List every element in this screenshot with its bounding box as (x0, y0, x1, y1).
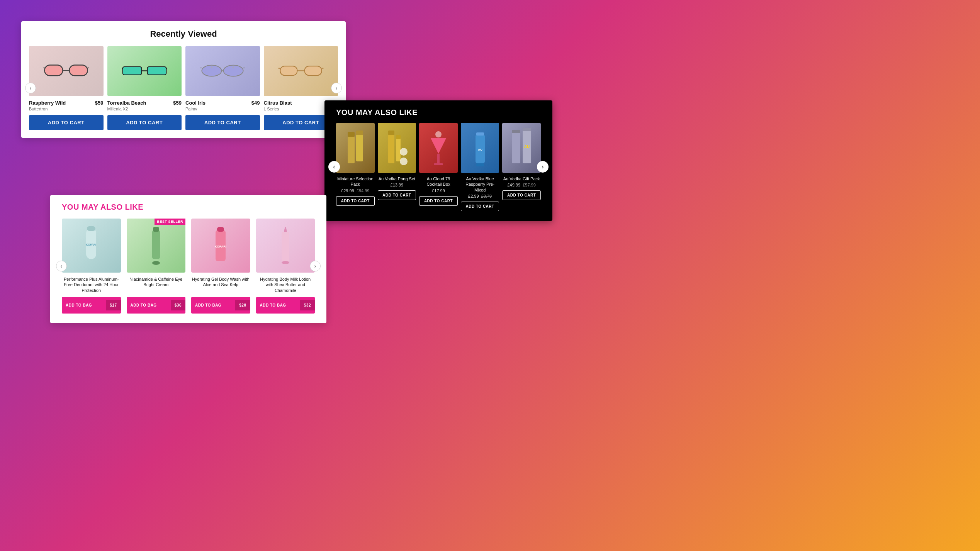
svg-rect-32 (437, 154, 440, 163)
deodorant-icon: KOPARI (82, 222, 101, 269)
svg-rect-51 (217, 227, 224, 232)
product-name-cool-iris: Cool Iris (185, 100, 206, 106)
add-to-bag-eye-cream[interactable]: ADD TO BAG $36 (127, 297, 186, 314)
cocktail-box-icon (427, 127, 450, 169)
svg-rect-24 (356, 134, 363, 161)
black-product-blue-rasp: AU Au Vodka Blue Raspberry Pre-Mixed £2.… (461, 123, 499, 211)
you-may-like-white-panel: YOU MAY ALSO LIKE ‹ KOPARI Performance P… (50, 195, 326, 323)
svg-rect-22 (348, 136, 355, 163)
black-product-price-cocktail: £17.99 (432, 188, 445, 193)
recently-viewed-next-btn[interactable]: › (331, 83, 342, 93)
svg-rect-25 (356, 131, 363, 135)
svg-rect-1 (70, 65, 88, 76)
white-product-body-lotion: Hydrating Body Milk Lotion with Shea But… (256, 219, 315, 314)
you-may-like-white-title: YOU MAY ALSO LIKE (62, 203, 315, 212)
svg-rect-42 (523, 128, 531, 131)
product-image-torrealba (107, 46, 182, 96)
product-image-cool-iris (185, 46, 260, 96)
product-card-raspberry-wild: Raspberry Wild $59 Buttertron ADD TO CAR… (29, 46, 104, 130)
add-to-bag-body-wash[interactable]: ADD TO BAG $20 (191, 297, 250, 314)
white-carousel-next-btn[interactable]: › (310, 261, 321, 271)
add-to-cart-torrealba[interactable]: ADD TO CART (107, 115, 182, 130)
product-price-cool-iris: $49 (251, 100, 260, 106)
black-img-selection (336, 123, 375, 173)
black-product-price-gift: £49.99 £57.99 (507, 183, 535, 187)
product-name-citrus-blast: Citrus Blast (264, 100, 292, 106)
recently-viewed-products-row: Raspberry Wild $59 Buttertron ADD TO CAR… (29, 46, 338, 130)
recently-viewed-panel: Recently Viewed ‹ Raspberry Wild $59 (21, 21, 346, 138)
product-name-torrealba: Torrealba Beach (107, 100, 146, 106)
product-brand-raspberry: Buttertron (29, 107, 104, 111)
black-add-btn-cocktail[interactable]: ADD TO CART (419, 196, 458, 206)
white-carousel-prev-btn[interactable]: ‹ (56, 261, 67, 271)
black-product-price-selection: £29.99 £94.99 (341, 188, 369, 193)
product-brand-torrealba: Millenia X2 (107, 107, 182, 111)
black-carousel-next-btn[interactable]: › (537, 161, 549, 173)
svg-rect-39 (512, 132, 520, 163)
black-add-btn-selection[interactable]: ADD TO CART (336, 196, 375, 206)
black-product-name-cocktail: Au Cloud 79 Cocktail Box (419, 176, 458, 187)
recently-viewed-title: Recently Viewed (29, 29, 338, 39)
svg-point-15 (211, 66, 213, 68)
white-product-name-body-lotion: Hydrating Body Milk Lotion with Shea But… (256, 276, 315, 293)
svg-rect-17 (280, 66, 297, 75)
product-image-citrus-blast (264, 46, 338, 96)
svg-rect-29 (396, 135, 401, 139)
black-product-name-blue-rasp: Au Vodka Blue Raspberry Pre-Mixed (461, 176, 499, 193)
body-lotion-icon (278, 222, 293, 269)
product-info-cool-iris: Cool Iris $49 (185, 100, 260, 106)
svg-rect-40 (512, 130, 520, 133)
svg-rect-6 (147, 67, 166, 75)
black-img-gift: AU (502, 123, 541, 173)
white-product-name-eye-cream: Niacinamide & Caffeine Eye Bright Cream (127, 276, 186, 293)
add-to-cart-cool-iris[interactable]: ADD TO CART (185, 115, 260, 130)
svg-rect-37 (476, 163, 484, 166)
svg-point-30 (400, 158, 408, 165)
svg-text:AU: AU (524, 144, 530, 149)
product-brand-cool-iris: Palmy (185, 107, 260, 111)
sunglasses-raspberry-icon (43, 59, 89, 83)
add-to-bag-deodorant[interactable]: ADD TO BAG $17 (62, 297, 121, 314)
product-price-torrealba: $59 (173, 100, 182, 106)
sunglasses-cool-iris-icon (199, 59, 246, 83)
gift-pack-icon: AU (510, 127, 533, 169)
svg-point-16 (233, 66, 234, 68)
svg-text:KOPARI: KOPARI (86, 243, 96, 246)
best-seller-badge: BEST SELLER (155, 219, 185, 225)
svg-text:KOPARI: KOPARI (215, 245, 227, 248)
black-add-btn-gift[interactable]: ADD TO CART (502, 190, 541, 200)
black-products-row: Miniature Selection Pack £29.99 £94.99 A… (336, 123, 541, 211)
white-product-name-body-wash: Hydrating Gel Body Wash with Aloe and Se… (191, 276, 250, 293)
svg-rect-45 (87, 226, 95, 231)
eye-cream-icon (148, 222, 164, 269)
white-img-body-lotion (256, 219, 315, 273)
svg-point-54 (282, 261, 289, 264)
svg-rect-27 (388, 131, 394, 135)
white-img-deodorant: KOPARI (62, 219, 121, 273)
recently-viewed-prev-btn[interactable]: ‹ (25, 83, 36, 93)
you-may-like-black-carousel: ‹ Miniature Selection Pack £29.99 £94.99 (336, 123, 541, 211)
you-may-like-black-panel: YOU MAY ALSO LIKE ‹ Miniature Selection … (324, 100, 552, 221)
svg-rect-36 (476, 132, 484, 136)
add-to-bag-body-lotion[interactable]: ADD TO BAG $32 (256, 297, 315, 314)
svg-rect-47 (152, 230, 160, 259)
svg-point-49 (152, 261, 160, 265)
add-to-cart-raspberry[interactable]: ADD TO CART (29, 115, 104, 130)
black-add-btn-pong[interactable]: ADD TO CART (378, 190, 416, 200)
svg-rect-28 (396, 138, 401, 161)
black-add-btn-blue-rasp[interactable]: ADD TO CART (461, 202, 499, 211)
product-info-raspberry: Raspberry Wild $59 (29, 100, 104, 106)
svg-rect-48 (153, 227, 159, 232)
black-product-name-gift: Au Vodka Gift Pack (503, 176, 540, 181)
svg-text:AU: AU (478, 148, 482, 151)
svg-point-31 (400, 148, 408, 156)
black-product-gift: AU Au Vodka Gift Pack £49.99 £57.99 ADD … (502, 123, 541, 211)
selection-pack-icon (346, 127, 365, 169)
black-product-name-pong: Au Vodka Pong Set (379, 176, 415, 181)
white-img-body-wash: KOPARI (191, 219, 250, 273)
sunglasses-citrus-blast-icon (278, 59, 324, 83)
pong-set-icon (385, 127, 408, 169)
svg-rect-18 (304, 66, 321, 75)
product-name-raspberry: Raspberry Wild (29, 100, 66, 106)
black-img-cocktail (419, 123, 458, 173)
